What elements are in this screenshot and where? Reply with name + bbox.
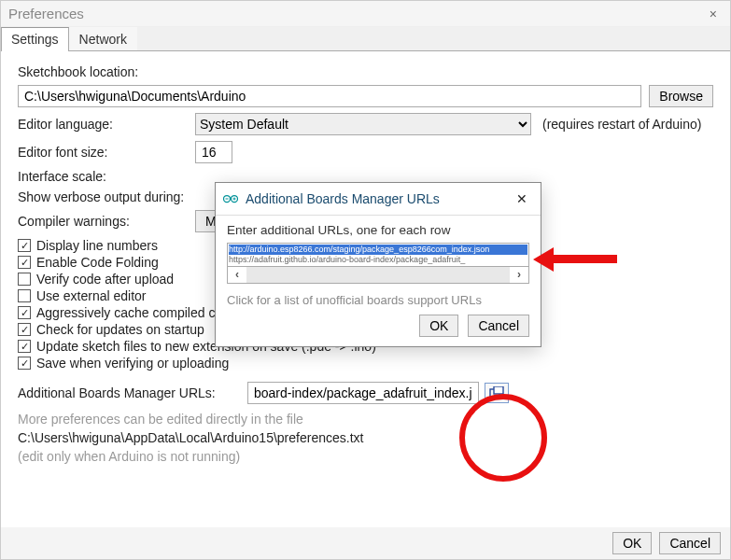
footer-buttons: OK Cancel <box>1 527 730 559</box>
font-size-label: Editor font size: <box>18 145 195 160</box>
window-title: Preferences <box>8 6 704 21</box>
lbl-line-numbers: Display line numbers <box>36 238 158 253</box>
tab-settings[interactable]: Settings <box>1 27 69 51</box>
abm-urls-input[interactable] <box>247 382 479 404</box>
dialog-hint-link[interactable]: Click for a list of unofficial boards su… <box>227 293 529 307</box>
lbl-check-updates: Check for updates on startup <box>36 322 204 337</box>
lbl-external-editor: Use external editor <box>36 288 147 303</box>
lbl-verify-upload: Verify code after upload <box>36 272 174 287</box>
browse-button[interactable]: Browse <box>649 85 713 107</box>
abm-expand-button[interactable] <box>485 383 509 403</box>
arduino-icon <box>223 191 238 206</box>
edit-only-note: (edit only when Arduino is not running) <box>18 449 713 464</box>
chk-external-editor[interactable] <box>18 289 31 302</box>
restart-note: (requires restart of Arduino) <box>542 117 701 132</box>
verbose-label: Show verbose output during: <box>18 189 225 204</box>
main-ok-button[interactable]: OK <box>612 532 652 554</box>
abm-dialog: Additional Boards Manager URLs ✕ Enter a… <box>215 182 541 347</box>
prefs-file-path: C:\Users\hwiguna\AppData\Local\Arduino15… <box>18 430 713 445</box>
scroll-track[interactable] <box>246 267 510 283</box>
chk-update-ext[interactable] <box>18 340 31 353</box>
abm-urls-label: Additional Boards Manager URLs: <box>18 385 247 400</box>
editor-language-select[interactable]: System Default <box>195 113 531 135</box>
chk-save-verify[interactable] <box>18 357 31 370</box>
expand-icon <box>489 386 504 399</box>
url-line: https://adafruit.github.io/arduino-board… <box>229 255 527 265</box>
dialog-prompt: Enter additional URLs, one for each row <box>227 223 529 237</box>
dialog-close-button[interactable]: ✕ <box>511 189 533 208</box>
dialog-horizontal-scrollbar[interactable]: ‹ › <box>227 267 529 284</box>
lbl-code-folding: Enable Code Folding <box>36 255 159 270</box>
interface-scale-label: Interface scale: <box>18 169 195 184</box>
sketchbook-label: Sketchbook location: <box>18 64 138 79</box>
dialog-header: Additional Boards Manager URLs ✕ <box>216 183 541 215</box>
chk-code-folding[interactable] <box>18 256 31 269</box>
dialog-ok-button[interactable]: OK <box>419 315 458 337</box>
titlebar: Preferences × <box>1 1 730 27</box>
font-size-input[interactable] <box>195 141 232 163</box>
lbl-aggressive-cache: Aggressively cache compiled c <box>36 305 215 320</box>
chk-verify-upload[interactable] <box>18 273 31 286</box>
chk-check-updates[interactable] <box>18 323 31 336</box>
dialog-cancel-button[interactable]: Cancel <box>468 315 529 337</box>
svg-rect-1 <box>494 386 503 394</box>
dialog-url-textarea[interactable]: http://arduino.esp8266.com/staging/packa… <box>227 243 529 267</box>
sketchbook-input[interactable] <box>18 85 641 107</box>
compiler-warnings-label: Compiler warnings: <box>18 214 195 229</box>
chk-aggressive-cache[interactable] <box>18 306 31 319</box>
dialog-button-row: OK Cancel <box>227 315 529 337</box>
url-line-selected: http://arduino.esp8266.com/staging/packa… <box>229 245 527 255</box>
window-close-button[interactable]: × <box>704 5 723 23</box>
scroll-left-button[interactable]: ‹ <box>228 268 246 281</box>
main-cancel-button[interactable]: Cancel <box>659 532 721 554</box>
scroll-right-button[interactable]: › <box>510 268 528 281</box>
more-prefs-note: More preferences can be edited directly … <box>18 412 713 427</box>
lbl-save-verify: Save when verifying or uploading <box>36 356 229 371</box>
chk-line-numbers[interactable] <box>18 239 31 252</box>
tabs: Settings Network <box>1 27 730 51</box>
dialog-title: Additional Boards Manager URLs <box>246 191 503 206</box>
dialog-body: Enter additional URLs, one for each row … <box>216 215 541 346</box>
editor-language-label: Editor language: <box>18 117 195 132</box>
tab-network[interactable]: Network <box>69 27 137 50</box>
